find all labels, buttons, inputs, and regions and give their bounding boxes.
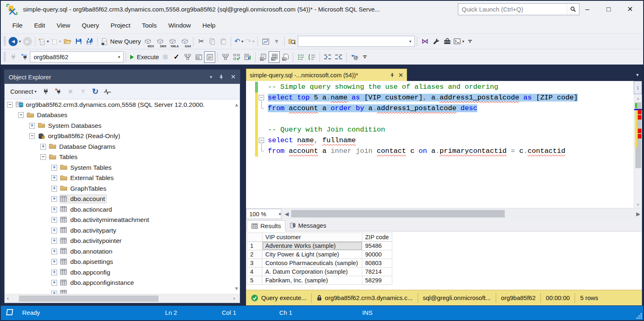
new-mdx-query-button[interactable]: MDX (142, 36, 154, 47)
collapse-region-icon[interactable]: − (259, 95, 264, 100)
toolbar-grip[interactable] (4, 37, 6, 46)
new-dax-query-button[interactable]: DAX (179, 36, 191, 47)
expand-icon[interactable]: + (29, 123, 35, 129)
tree-item-dbo-activitymimeattachment[interactable]: +dbo.activitymimeattachment (5, 215, 232, 226)
editor-scroll-down[interactable]: ▼ (634, 202, 642, 207)
copy-button[interactable] (207, 36, 218, 47)
resize-grip[interactable] (636, 313, 642, 319)
expand-icon[interactable]: + (51, 280, 57, 286)
expand-icon[interactable]: + (51, 259, 57, 265)
parse-button[interactable]: ✓ (171, 51, 182, 63)
cell-zip-code[interactable]: 58299 (362, 276, 392, 285)
row-number-cell[interactable]: 3 (247, 259, 262, 268)
tab-messages[interactable]: Messages (285, 220, 330, 231)
quick-launch-input[interactable] (458, 6, 567, 13)
oe-stop-icon[interactable] (65, 86, 76, 97)
activity-monitor-icon[interactable] (102, 86, 113, 97)
column-header-vip-customer[interactable]: VIP customer (262, 233, 362, 242)
close-button[interactable]: ✕ (619, 1, 641, 18)
collapse-icon[interactable]: − (29, 133, 35, 139)
tree-scroll-up[interactable]: ▲ (234, 102, 239, 108)
menu-query[interactable]: Query (76, 19, 105, 32)
save-button[interactable] (73, 36, 84, 47)
editor-tab[interactable]: simple-query.sql -...nmicrosoft.com (54)… (246, 69, 407, 81)
sql-editor[interactable]: -- Simple query showing the use of alias… (246, 81, 642, 208)
chevron-down-icon[interactable]: ▾ (242, 39, 244, 44)
expand-icon[interactable]: + (51, 196, 57, 202)
tree-item-external-tables[interactable]: +External Tables (5, 173, 232, 184)
tree-item-databases[interactable]: −Databases (5, 110, 232, 121)
chevron-down-icon[interactable]: ▾ (59, 39, 61, 44)
toolbar-overflow-button[interactable]: ▾ (467, 40, 473, 43)
open-file-button[interactable] (62, 36, 73, 47)
chevron-down-icon[interactable]: ▾ (406, 39, 414, 44)
chevron-down-icon[interactable]: ▾ (19, 39, 21, 44)
tab-results[interactable]: Results (247, 220, 285, 231)
document-list-dropdown-icon[interactable]: ▾ (636, 72, 639, 78)
results-to-grid-button[interactable]: 01 (269, 51, 280, 63)
find-combo[interactable]: ▾ (298, 36, 415, 47)
editor-line-4[interactable] (246, 114, 634, 125)
undo-button[interactable]: ↶▾ (233, 36, 244, 47)
pin-icon[interactable] (218, 74, 224, 80)
cell-zip-code[interactable]: 95486 (362, 242, 392, 250)
collapse-region-icon[interactable]: − (259, 138, 264, 143)
command-window-button[interactable]: ▾ (453, 36, 465, 47)
actual-plan-button[interactable] (220, 51, 231, 63)
results-to-file-button[interactable]: 01 (280, 51, 291, 63)
results-grid[interactable]: VIP customerZIP code1Adventure Works (sa… (247, 233, 392, 285)
template-params-button[interactable]: @ (349, 51, 360, 63)
refresh-icon[interactable]: ↻ (90, 86, 101, 97)
scrollbar-thumb[interactable] (19, 296, 159, 302)
uncomment-button[interactable] (306, 51, 317, 63)
tree-item-database-diagrams[interactable]: +Database Diagrams (5, 141, 232, 152)
tab-close-icon[interactable]: ✕ (398, 72, 403, 79)
expand-icon[interactable]: + (51, 165, 57, 171)
row-number-cell[interactable]: 4 (247, 268, 262, 276)
expand-icon[interactable]: + (51, 217, 57, 223)
object-explorer-header[interactable]: Object Explorer ▾ ✕ (5, 70, 240, 84)
tree-item-dbo-annotation[interactable]: +dbo.annotation (5, 246, 232, 257)
tree-item-dbo-account[interactable]: +dbo.account (5, 194, 232, 205)
tree-item-dbo-appconfiginstance[interactable]: +dbo.appconfiginstance (5, 278, 232, 289)
editor-line-3[interactable]: from account a order by a.address1_posta… (246, 103, 634, 114)
tree-item-dbo-appconfig[interactable]: +dbo.appconfig (5, 267, 232, 278)
new-file-button[interactable]: ▾ (37, 36, 50, 47)
grid-row[interactable]: 5Fabrikam, Inc. (sample)58299 (247, 276, 392, 285)
expand-icon[interactable]: + (51, 270, 57, 275)
tree-item-system-tables[interactable]: +System Tables (5, 162, 232, 173)
toolbox-button[interactable] (442, 36, 453, 47)
query-options-button[interactable] (193, 51, 204, 63)
tree-item-tables[interactable]: −Tables (5, 152, 232, 163)
cell-zip-code[interactable]: 90000 (362, 250, 392, 259)
tree-item-dbo-actioncard[interactable]: +dbo.actioncard (5, 204, 232, 215)
splitter-handle-icon[interactable]: ↕ (634, 81, 642, 94)
tree-item-org9ba85f62-crm3-dynamics-com-5558-sql-server-12-0-2000-[interactable]: −org9ba85f62.crm3.dynamics.com,5558 (SQL… (5, 99, 232, 110)
row-number-cell[interactable]: 2 (247, 250, 262, 259)
database-combo[interactable]: org9ba85f62▾ (30, 51, 124, 62)
close-panel-icon[interactable]: ✕ (230, 73, 236, 81)
live-stats-button[interactable] (231, 51, 242, 63)
menu-view[interactable]: View (51, 19, 76, 32)
menu-help[interactable]: Help (197, 19, 221, 32)
client-stats-button[interactable] (242, 51, 253, 63)
cut-button[interactable]: ✂ (196, 36, 207, 47)
tree-scroll-down[interactable]: ▼ (234, 286, 239, 291)
menu-tools[interactable]: Tools (136, 19, 163, 32)
panel-menu-icon[interactable]: ▾ (210, 74, 212, 80)
new-query-button[interactable]: New Query (100, 36, 142, 47)
results-to-text-button[interactable]: 01 (258, 51, 269, 63)
collapse-icon[interactable]: − (40, 154, 46, 160)
scrollbar-thumb[interactable] (291, 210, 505, 217)
new-dmx-query-button[interactable]: DMX (154, 36, 166, 47)
tree-item-dbo-activitypointer[interactable]: +dbo.activitypointer (5, 236, 232, 247)
cell-vip-customer[interactable]: Contoso Pharmaceuticals (sample) (262, 259, 362, 268)
tree-horizontal-scrollbar[interactable]: ‹ › (5, 294, 240, 303)
editor-vertical-scrollbar[interactable]: ↕ ▲ ▼ (634, 81, 642, 208)
wrench-button[interactable] (430, 36, 442, 47)
editor-line-7[interactable]: from account a inner join contact c on a… (246, 146, 634, 157)
back-button[interactable]: ◀▾ (8, 36, 22, 47)
cell-zip-code[interactable]: 80803 (362, 259, 392, 268)
save-all-button[interactable] (84, 36, 95, 47)
scroll-left-icon[interactable]: ◀ (285, 211, 289, 217)
